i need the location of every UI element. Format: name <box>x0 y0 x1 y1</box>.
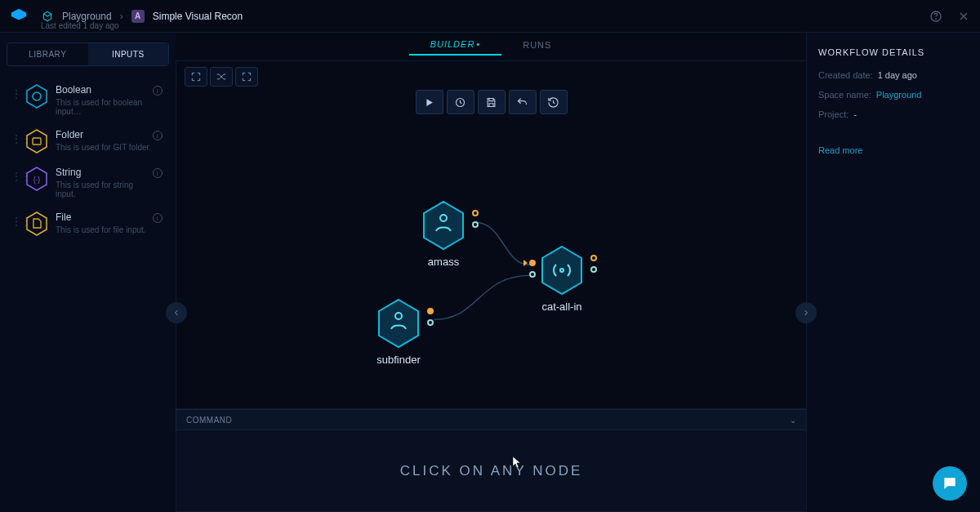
output-port[interactable] <box>427 308 434 314</box>
top-bar: Playground › A Simple Visual Recon <box>0 0 980 33</box>
svg-rect-5 <box>33 138 41 145</box>
project-label: Project: <box>818 109 849 119</box>
output-port[interactable] <box>472 210 479 216</box>
app-logo[interactable] <box>10 7 28 25</box>
hexagon-icon <box>26 129 47 154</box>
breadcrumb-space[interactable]: Playground <box>62 11 112 22</box>
input-desc: This is used for boolean input… <box>56 98 154 116</box>
created-value: 1 day ago <box>878 70 917 80</box>
svg-marker-14 <box>542 247 581 294</box>
input-type-boolean[interactable]: ⋮⋮ BooleanThis is used for boolean input… <box>7 78 169 122</box>
last-edited-label: Last edited 1 day ago <box>41 21 119 30</box>
drag-handle-icon[interactable]: ⋮⋮ <box>11 129 18 144</box>
input-desc: This is used for GIT folder. <box>56 143 151 152</box>
created-label: Created date: <box>818 70 873 80</box>
command-placeholder: CLICK ON ANY NODE <box>400 463 583 479</box>
command-panel-body: CLICK ON ANY NODE <box>176 430 806 512</box>
input-title: Boolean <box>56 84 154 96</box>
tab-builder[interactable]: BUILDER <box>409 34 502 56</box>
tab-runs[interactable]: RUNS <box>501 35 572 55</box>
input-title: File <box>56 211 146 223</box>
svg-point-3 <box>33 92 41 100</box>
input-title: Folder <box>56 129 151 140</box>
tab-library[interactable]: LIBRARY <box>7 43 88 65</box>
input-desc: This is used for file input. <box>56 225 146 234</box>
input-type-string[interactable]: ⋮⋮ {·} StringThis is used for string inp… <box>7 160 169 205</box>
workflow-icon: A <box>131 10 145 23</box>
command-panel-header[interactable]: COMMAND ⌄ <box>176 409 806 430</box>
info-icon[interactable]: i <box>153 168 163 178</box>
read-more-link[interactable]: Read more <box>818 145 969 155</box>
space-label: Space name: <box>818 90 871 100</box>
hexagon-icon: {·} <box>26 167 47 191</box>
drag-handle-icon[interactable]: ⋮⋮ <box>11 84 18 99</box>
svg-marker-8 <box>27 212 47 235</box>
svg-text:{·}: {·} <box>33 176 41 184</box>
sidebar-tabs: LIBRARY INPUTS <box>7 42 169 66</box>
node-label: subfinder <box>376 354 421 366</box>
input-desc: This is used for string input. <box>56 180 154 198</box>
input-type-folder[interactable]: ⋮⋮ FolderThis is used for GIT folder. i <box>7 122 169 160</box>
node-label: cat-all-in <box>540 301 584 313</box>
input-port-arrow-icon <box>523 260 528 266</box>
node-label: amass <box>421 256 466 268</box>
output-port[interactable] <box>590 255 597 261</box>
close-icon[interactable] <box>957 10 970 23</box>
output-port[interactable] <box>472 221 479 228</box>
info-icon[interactable]: i <box>153 86 163 96</box>
input-title: String <box>56 167 154 178</box>
drag-handle-icon[interactable]: ⋮⋮ <box>11 211 18 226</box>
details-panel: WORKFLOW DETAILS Created date:1 day ago … <box>806 33 980 512</box>
input-port[interactable] <box>529 271 536 278</box>
info-icon[interactable]: i <box>153 131 163 140</box>
editor-area: BUILDER RUNS <box>176 33 806 512</box>
info-icon[interactable]: i <box>153 213 163 223</box>
svg-marker-12 <box>379 300 418 347</box>
main-tabs: BUILDER RUNS <box>176 33 806 57</box>
tab-inputs[interactable]: INPUTS <box>88 43 169 65</box>
svg-marker-2 <box>27 85 47 108</box>
hexagon-icon <box>26 211 47 236</box>
chevron-right-icon: › <box>120 11 123 22</box>
chevron-down-icon[interactable]: ⌄ <box>790 416 797 425</box>
svg-marker-4 <box>27 130 47 153</box>
sidebar: LIBRARY INPUTS ⋮⋮ BooleanThis is used fo… <box>0 33 176 512</box>
drag-handle-icon[interactable]: ⋮⋮ <box>11 167 18 181</box>
node-cat-all-in[interactable]: cat-all-in <box>540 245 584 313</box>
input-port[interactable] <box>529 260 536 266</box>
details-title: WORKFLOW DETAILS <box>818 47 969 57</box>
space-value[interactable]: Playground <box>876 90 922 100</box>
cursor-icon <box>512 456 522 469</box>
svg-marker-10 <box>424 202 463 249</box>
help-icon[interactable] <box>929 10 942 23</box>
node-subfinder[interactable]: subfinder <box>376 298 421 366</box>
command-label: COMMAND <box>186 416 232 425</box>
hexagon-icon <box>26 84 47 109</box>
output-port[interactable] <box>590 266 597 273</box>
svg-point-1 <box>936 19 937 20</box>
input-type-file[interactable]: ⋮⋮ FileThis is used for file input. i <box>7 205 169 243</box>
project-value: - <box>853 109 857 119</box>
node-amass[interactable]: amass <box>421 200 466 268</box>
breadcrumb-workflow: Simple Visual Recon <box>153 11 243 22</box>
output-port[interactable] <box>427 319 434 326</box>
chat-button[interactable] <box>933 466 967 501</box>
canvas[interactable]: amass subfinder <box>176 60 806 409</box>
